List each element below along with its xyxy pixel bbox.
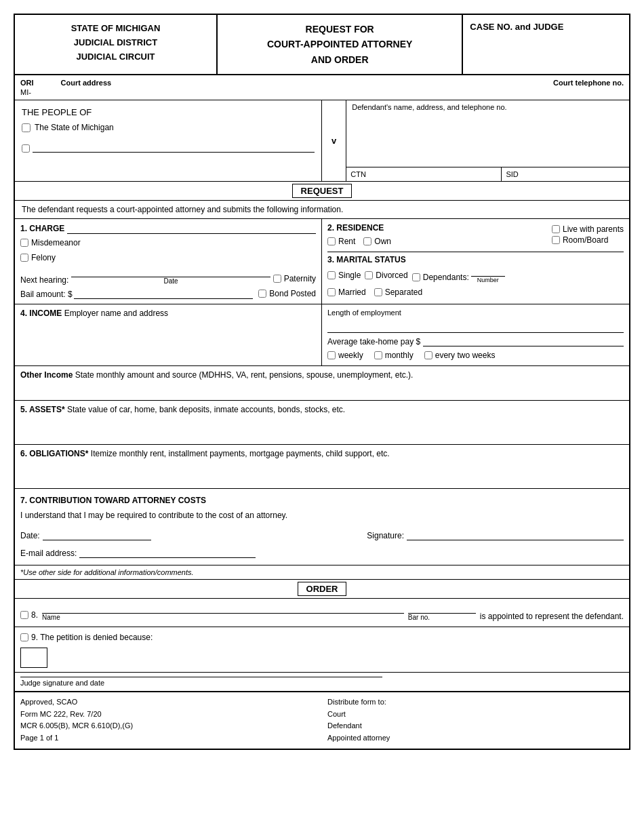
monthly-checkbox[interactable] (374, 351, 382, 359)
order-8-barno-label: Bar no. (408, 614, 476, 621)
footer-court: Court (327, 709, 624, 721)
income-section: 4. INCOME Employer name and address (15, 304, 322, 365)
next-hearing-line: Next hearing: Date Paternity (20, 266, 316, 285)
ctn-label: CTN (350, 170, 366, 178)
email-field[interactable] (79, 549, 256, 558)
circuit-label: JUDICIAL CIRCUIT (22, 50, 209, 64)
order-9-checkbox[interactable] (20, 633, 28, 641)
state-michigan-label: The State of Michigan (35, 123, 114, 132)
order-title-row: ORDER (15, 580, 629, 599)
felony-checkbox[interactable] (20, 254, 28, 262)
other-income-row: Other Income State monthly amount and so… (15, 366, 629, 401)
avg-pay-field[interactable] (423, 337, 624, 346)
paternity-line: Paternity (273, 274, 316, 283)
footer-page: Page 1 of 1 (20, 732, 317, 744)
v-label: v (331, 136, 336, 146)
ori-label: ORI (20, 79, 34, 87)
bail-label: Bail amount: $ (20, 290, 73, 299)
bail-field[interactable] (74, 288, 254, 299)
form-container: STATE OF MICHIGAN JUDICIAL DISTRICT JUDI… (14, 14, 630, 750)
room-board-checkbox[interactable] (552, 236, 560, 244)
order-8-checkbox[interactable] (20, 611, 28, 619)
charge-field[interactable] (67, 223, 316, 234)
order-8-appointed-text: is appointed to represent the defendant. (480, 612, 624, 621)
footer-approved: Approved, SCAO (20, 696, 317, 709)
marital-row1: Single Divorced Dependants: Number (327, 267, 624, 283)
rent-checkbox[interactable] (327, 237, 336, 245)
misdemeanor-checkbox[interactable] (20, 239, 28, 247)
obligations-field[interactable] (20, 458, 624, 479)
avg-pay-label: Average take-home pay $ (327, 337, 420, 346)
marital-label: 3. MARITAL STATUS (327, 255, 624, 264)
assets-desc: State value of car, home, bank deposits,… (67, 405, 345, 414)
bond-posted-checkbox[interactable] (258, 290, 266, 298)
biweekly-checkbox[interactable] (424, 351, 432, 359)
order-title: ORDER (298, 582, 347, 596)
biweekly-line: every two weeks (424, 351, 496, 360)
order-8-name-label: Name (42, 614, 404, 621)
live-with-parents-checkbox[interactable] (552, 225, 560, 233)
ori-field: ORI MI- (20, 78, 34, 97)
live-with-parents-label: Live with parents (563, 224, 624, 234)
misdemeanor-label: Misdemeanor (31, 238, 81, 247)
rent-label: Rent (338, 237, 355, 246)
single-label: Single (338, 271, 361, 280)
denial-reason-box[interactable] (20, 648, 47, 668)
charge-section: 1. CHARGE Misdemeanor Felony Next hearin… (15, 219, 322, 304)
footer-defendant: Defendant (327, 720, 624, 732)
judge-sig-line[interactable] (20, 677, 382, 677)
own-checkbox[interactable] (363, 237, 371, 245)
defendant-name-field[interactable] (33, 142, 315, 153)
other-income-field[interactable] (20, 380, 624, 396)
married-checkbox[interactable] (327, 288, 336, 296)
residence-marital-section: 2. RESIDENCE Rent Own (322, 219, 629, 304)
state-michigan-checkbox[interactable] (22, 123, 31, 132)
length-employment-field[interactable] (327, 319, 624, 333)
monthly-line: monthly (374, 351, 414, 360)
assets-label: 5. ASSETS* (20, 405, 65, 414)
order-item8-row: 8. Name Bar no. is appointed to represen… (20, 603, 624, 621)
order-8-checkbox-line: 8. (20, 610, 38, 620)
order-item-8: 8. Name Bar no. is appointed to represen… (15, 599, 629, 627)
dependants-number-field[interactable] (471, 267, 505, 277)
request-title: REQUEST (292, 184, 353, 198)
own-line: Own (363, 237, 391, 246)
signature-field[interactable] (407, 540, 624, 540)
ctn-field: CTN (346, 167, 502, 181)
next-hearing-field[interactable] (71, 266, 270, 277)
dependants-field-wrapper: Dependants: Number (412, 267, 505, 283)
separated-checkbox[interactable] (374, 288, 382, 296)
signature-label: Signature: (367, 531, 404, 540)
paternity-checkbox[interactable] (273, 275, 281, 283)
mi-label: MI- (20, 88, 31, 96)
obligations-desc: Itemize monthly rent, installment paymen… (91, 449, 390, 458)
income-weekly-row: weekly monthly every two weeks (327, 349, 624, 361)
single-checkbox[interactable] (327, 271, 336, 279)
order-8-barno-field[interactable] (408, 603, 476, 614)
date-label: Date (71, 277, 270, 285)
contribution-label: 7. CONTRIBUTION TOWARD ATTORNEY COSTS (20, 496, 624, 505)
dependants-checkbox[interactable] (412, 273, 420, 281)
footer-mcr: MCR 6.005(B), MCR 6.610(D),(G) (20, 720, 317, 732)
order-9-line: 9. The petition is denied because: (20, 633, 624, 642)
separated-line: Separated (374, 287, 422, 297)
assets-field[interactable] (20, 414, 624, 435)
judge-sig-row: Judge signature and date (15, 673, 629, 692)
people-row: THE PEOPLE OF The State of Michigan v De… (15, 100, 629, 182)
footer-form: Form MC 222, Rev. 7/20 (20, 709, 317, 721)
weekly-checkbox[interactable] (327, 351, 336, 359)
order-8-barno-wrapper: Bar no. (408, 603, 476, 621)
charge-header-line: 1. CHARGE (20, 223, 316, 234)
header-center: REQUEST FOR COURT-APPOINTED ATTORNEY AND… (218, 15, 463, 74)
income-right: Length of employment Average take-home p… (322, 304, 629, 365)
court-phone-field: Court telephone no. (553, 78, 624, 97)
divorced-checkbox[interactable] (365, 271, 373, 279)
court-address-field: Court address (61, 78, 112, 97)
monthly-label: monthly (385, 351, 414, 360)
date-field[interactable] (43, 540, 151, 540)
married-line: Married (327, 287, 366, 297)
paternity-label: Paternity (284, 274, 316, 283)
defendant-name-line (22, 142, 315, 153)
defendant-checkbox[interactable] (22, 144, 30, 153)
avg-pay-line: Average take-home pay $ (327, 337, 624, 346)
